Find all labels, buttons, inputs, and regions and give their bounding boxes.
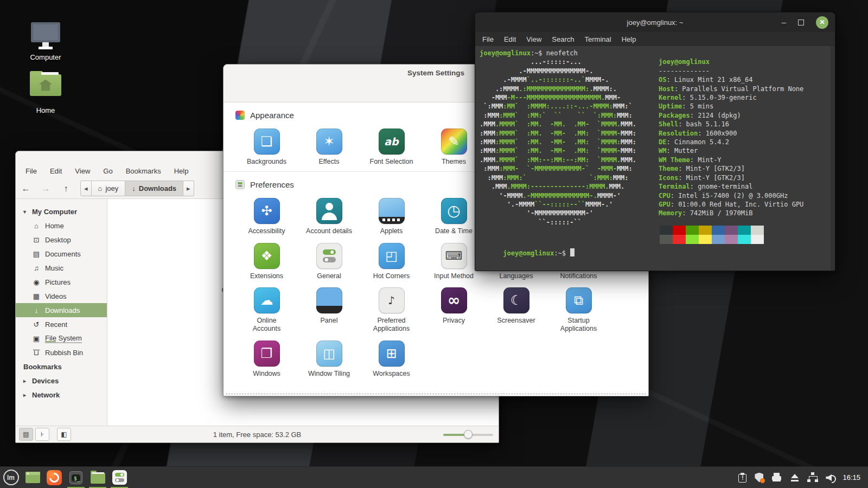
terminal-menu-terminal[interactable]: Terminal [585,35,611,43]
settings-item-applets[interactable]: Applets [360,196,423,235]
color-swatch [673,235,686,244]
sidebar-item-downloads[interactable]: ↓Downloads [16,303,107,317]
system-tray: ! [738,472,836,483]
settings-item-panel[interactable]: Panel [298,285,360,333]
terminal-titlebar[interactable]: joey@omglinux: ~ – ✕ [475,12,835,32]
security-shield-icon[interactable] [754,472,764,483]
music-note-icon: ♫ [32,264,41,272]
zoom-slider[interactable] [443,430,493,439]
sidebar-item-devices[interactable]: ▸Devices [16,374,107,388]
breadcrumb-label: Downloads [139,184,176,192]
fm-menu-bookmarks[interactable]: Bookmarks [126,167,161,175]
slider-knob[interactable] [464,430,473,439]
settings-item-label: Accessibility [235,227,298,235]
desktop-icon-computer[interactable]: Computer [15,15,76,61]
terminal-menu-search[interactable]: Search [552,35,574,43]
sidebar-item-home[interactable]: ⌂Home [16,219,107,233]
sidebar-item-videos[interactable]: ▦Videos [16,289,107,303]
breadcrumb-label: joey [105,184,118,192]
fm-menu-edit[interactable]: Edit [50,167,62,175]
terminal-window-title: joey@omglinux: ~ [627,18,684,27]
sidebar-item-my-computer[interactable]: ▾My Computer [16,204,107,219]
settings-item-online-accounts[interactable]: ☁Online Accounts [235,285,298,333]
minimize-button[interactable]: – [782,20,786,25]
settings-item-label: Languages [485,272,547,280]
sidebar-item-file-system[interactable]: ▣File System [16,331,107,345]
settings-item-workspaces[interactable]: ⊞Workspaces [360,338,423,378]
sidebar-item-rubbish-bin[interactable]: ⊔Rubbish Bin [16,345,107,359]
terminal-menu-file[interactable]: File [482,35,494,43]
settings-item-preferred-applications[interactable]: ♪Preferred Applications [360,285,423,333]
panel-icon [316,287,342,313]
fm-menu-go[interactable]: Go [103,167,112,175]
terminal-menu-edit[interactable]: Edit [504,35,516,43]
breadcrumb-downloads[interactable]: ↓ Downloads [125,181,183,196]
settings-item-privacy[interactable]: ∞Privacy [423,285,485,333]
sidebar-item-network[interactable]: ▸Network [16,388,107,402]
sidebar-item-music[interactable]: ♫Music [16,261,107,275]
desktop-icon: ⊡ [32,236,41,244]
breadcrumb-joey[interactable]: ⌂ joey [92,181,126,196]
network-icon[interactable] [807,472,818,483]
fm-menu-file[interactable]: File [25,167,37,175]
settings-item-label: Panel [298,317,360,325]
files-launcher[interactable] [87,467,108,488]
neofetch-info: joey@omglinux-------------OS: Linux Mint… [649,57,803,243]
color-swatch [751,235,764,244]
terminal-scrollbar[interactable] [831,46,835,271]
forward-arrow-icon[interactable]: → [36,184,56,194]
settings-item-label: Privacy [423,317,485,325]
up-arrow-icon[interactable]: ↑ [56,184,76,194]
show-desktop-button[interactable] [22,467,43,488]
applets-icon [379,198,405,224]
terminal-body[interactable]: joey@omglinux:~$ neofetch ...-:::::-... … [475,46,835,271]
settings-launcher[interactable] [108,467,130,488]
fm-menu-view[interactable]: View [75,167,90,175]
mint-menu-button[interactable]: lm [0,467,22,488]
settings-item-backgrounds[interactable]: ❏Backgrounds [235,126,298,166]
sidebar-item-bookmarks[interactable]: Bookmarks [16,359,107,374]
settings-item-windows[interactable]: ❐Windows [235,338,298,378]
settings-item-window-tiling[interactable]: ◫Window Tiling [298,338,360,378]
breadcrumb-scroll-left-icon[interactable]: ◂ [80,181,92,196]
close-button[interactable]: ✕ [816,16,828,29]
settings-item-font-selection[interactable]: abFont Selection [360,126,423,166]
settings-item-label: General [298,272,360,280]
settings-item-screensaver[interactable]: ☾Screensaver [485,285,547,333]
sidebar-item-label: Desktop [45,236,71,244]
settings-item-startup-applications[interactable]: ⧉Startup Applications [547,285,610,333]
settings-item-account-details[interactable]: Account details [298,196,360,235]
maximize-button[interactable] [798,20,804,25]
terminal-launcher[interactable]: $_ [65,467,87,488]
volume-icon[interactable] [825,472,836,483]
update-manager-icon[interactable]: ! [738,473,746,483]
clock[interactable]: 16:15 [843,473,860,481]
sidebar-item-recent[interactable]: ↺Recent [16,317,107,331]
prompt-user: joey@omglinux [480,49,531,57]
sidebar-item-pictures[interactable]: ◉Pictures [16,275,107,289]
removable-media-icon[interactable] [789,472,800,483]
neofetch-info-uptime: Uptime: 5 mins [659,102,803,111]
breadcrumb-scroll-right-icon[interactable]: ▸ [183,181,194,196]
settings-item-extensions[interactable]: ❖Extensions [235,241,298,280]
neofetch-info-wm: WM: Mutter [659,146,803,155]
sidebar-item-label: My Computer [32,208,77,216]
settings-item-accessibility[interactable]: ✣Accessibility [235,196,298,235]
sidebar-item-documents[interactable]: ▤Documents [16,247,107,261]
date-time-icon: ◷ [441,198,467,224]
sidebar-item-label: Network [32,391,60,399]
settings-item-effects[interactable]: ✶Effects [298,126,360,166]
sidebar-item-desktop[interactable]: ⊡Desktop [16,233,107,247]
terminal-menu-view[interactable]: View [526,35,541,43]
back-arrow-icon[interactable]: ← [16,184,36,194]
printer-icon[interactable] [771,472,782,483]
settings-item-general[interactable]: General [298,241,360,280]
neofetch-info-memory: Memory: 742MiB / 1970MiB [659,209,803,217]
desktop-icon-home[interactable]: Home [15,68,76,114]
terminal-menu-help[interactable]: Help [622,35,636,43]
settings-item-hot-corners[interactable]: ◰Hot Corners [360,241,423,280]
firefox-launcher[interactable] [43,467,65,488]
color-swatch [751,226,764,235]
settings-grid: ❐Windows◫Window Tiling⊞Workspaces [224,338,648,378]
fm-menu-help[interactable]: Help [174,167,189,175]
